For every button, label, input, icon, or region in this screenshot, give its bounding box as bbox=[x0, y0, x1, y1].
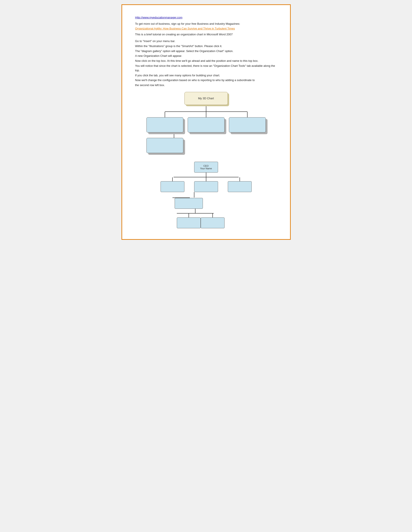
chart1-box2 bbox=[188, 117, 225, 133]
chart2-bot-box2 bbox=[201, 218, 225, 228]
magazine-link[interactable]: Organizational Agility: How Business Can… bbox=[135, 27, 277, 30]
instruction-2: Within the "Illustrations" group is the … bbox=[135, 44, 277, 48]
chart1-box1-wrapper bbox=[147, 117, 183, 133]
instruction-8b: the second row left box. bbox=[135, 83, 277, 88]
instructions-block: Go to "Insert" on your menu bar. Within … bbox=[135, 39, 277, 88]
url-link[interactable]: Http://www.myeducationmanager.com bbox=[135, 16, 277, 19]
chart1-top-label: My 3D Chart bbox=[184, 92, 228, 105]
chart1-v-connector bbox=[206, 105, 206, 111]
chart2-box3 bbox=[228, 181, 252, 192]
chart1-box1 bbox=[147, 117, 183, 133]
chart1-sub-box bbox=[147, 138, 183, 153]
chart2-v-drop2 bbox=[206, 177, 206, 181]
page: Http://www.myeducationmanager.com To get… bbox=[121, 4, 291, 240]
chart1-top-box: My 3D Chart bbox=[184, 92, 228, 105]
instruction-7: If you click the tab, you will see many … bbox=[135, 73, 277, 78]
instruction-4: A new Organization Chart will appear. bbox=[135, 54, 277, 58]
chart1-box3 bbox=[229, 117, 266, 133]
chart2-sub-v1 bbox=[194, 192, 194, 198]
chart2-mid-sub bbox=[177, 209, 214, 228]
chart2-sub-tree bbox=[161, 192, 216, 228]
chart1-box2-wrapper bbox=[188, 117, 225, 133]
chart2-bot-box1 bbox=[177, 218, 201, 228]
chart1-h-line bbox=[147, 111, 266, 112]
chart1-v3 bbox=[247, 112, 247, 117]
chart2-mid-v bbox=[195, 209, 196, 213]
chart2-bot-v2 bbox=[212, 214, 213, 218]
chart2-box2 bbox=[194, 181, 218, 192]
chart2-bot-row bbox=[177, 214, 214, 228]
chart1-sub-col bbox=[147, 133, 183, 153]
chart2-mid-wrapper bbox=[175, 198, 214, 228]
chart1: My 3D Chart bbox=[135, 92, 277, 153]
chart2-col3 bbox=[228, 177, 252, 192]
chart2: CEO Your Name bbox=[135, 162, 277, 228]
chart1-col2 bbox=[188, 112, 225, 133]
chart1-sub-box-wrap bbox=[147, 138, 183, 153]
chart2-col1 bbox=[161, 177, 184, 192]
chart2-ceo-title: CEO bbox=[204, 164, 209, 167]
chart2-v-drop3 bbox=[239, 177, 240, 181]
instruction-1: Go to "Insert" on your menu bar. bbox=[135, 39, 277, 44]
chart1-v2 bbox=[206, 112, 206, 117]
instruction-8: Now we'll change the configuration based… bbox=[135, 78, 277, 83]
chart2-v-main bbox=[206, 172, 206, 177]
instruction-3: The "diagram gallery" option will appear… bbox=[135, 49, 277, 54]
chart1-box3-wrapper bbox=[229, 117, 266, 133]
chart1-row1 bbox=[147, 112, 266, 133]
tutorial-title: This is a brief tutorial on creating an … bbox=[135, 32, 277, 37]
instruction-5: Now click on the top box. At this time w… bbox=[135, 59, 277, 63]
chart2-sub-h bbox=[173, 198, 216, 198]
chart2-row1 bbox=[161, 177, 252, 192]
chart2-box1 bbox=[161, 181, 184, 192]
chart2-ceo-box: CEO Your Name bbox=[194, 162, 218, 172]
instruction-6: You will notice that since the chart is … bbox=[135, 64, 277, 73]
chart2-sub-area bbox=[161, 192, 252, 228]
chart2-bot-v1 bbox=[188, 214, 189, 218]
intro-line1: To get more out of business, sign up for… bbox=[135, 22, 277, 26]
chart2-bot-h bbox=[177, 213, 214, 214]
chart1-sub-wrapper bbox=[147, 138, 183, 153]
chart2-bot-col2 bbox=[201, 214, 225, 228]
chart1-col3 bbox=[229, 112, 266, 133]
chart2-mid-box bbox=[175, 198, 203, 209]
chart2-bot-col1 bbox=[177, 214, 201, 228]
chart2-ceo-name: Your Name bbox=[200, 167, 212, 170]
chart2-col2 bbox=[194, 177, 218, 192]
chart1-v1 bbox=[165, 112, 165, 117]
chart1-col1 bbox=[147, 112, 183, 133]
chart2-v-drop1 bbox=[172, 177, 173, 181]
chart2-mid-row bbox=[175, 198, 214, 228]
chart1-row2 bbox=[147, 133, 266, 153]
chart2-h-line bbox=[161, 177, 252, 177]
